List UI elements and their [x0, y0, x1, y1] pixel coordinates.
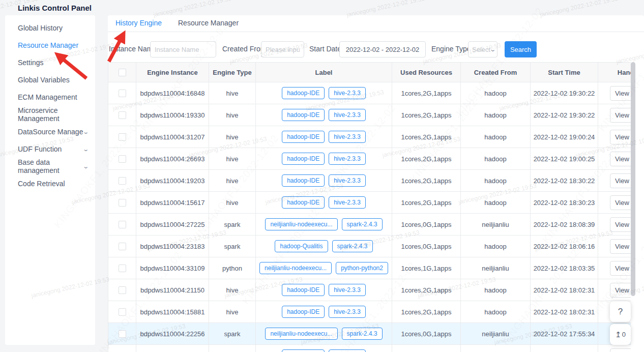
- row-checkbox[interactable]: [119, 330, 126, 338]
- label-tag[interactable]: hive-2.3.3: [329, 306, 366, 318]
- engine-type-placeholder: Select: [472, 46, 490, 53]
- engine-instance-cell: bdpdws110004:27225: [136, 214, 209, 235]
- row-select-cell: [108, 279, 136, 301]
- engine-instance-cell: bdpdws110004:15881: [136, 301, 209, 322]
- scrollbar-thumb[interactable]: [631, 62, 635, 296]
- engine-type-select[interactable]: Select ⌄: [468, 41, 497, 57]
- tab-resource-manager[interactable]: Resource Manager: [178, 19, 239, 27]
- sidebar-item-ecm-management[interactable]: ECM Management: [5, 89, 95, 106]
- view-log-button[interactable]: View Log: [610, 130, 631, 144]
- start-time-cell: 2022-12-02 18:08:39: [531, 214, 598, 235]
- table-scrollbar[interactable]: [631, 62, 636, 352]
- view-log-button[interactable]: View Log: [610, 239, 631, 254]
- label-tag[interactable]: hadoop-IDE: [282, 109, 325, 121]
- row-checkbox[interactable]: [119, 243, 126, 250]
- row-select-cell: [108, 104, 136, 126]
- label-tag[interactable]: hadoop-IDE: [282, 87, 325, 99]
- sidebar-item-udf-function[interactable]: UDF Function⌄: [5, 140, 95, 158]
- engine-instance-cell: bdpdws110004:23183: [136, 236, 209, 257]
- row-checkbox[interactable]: [119, 111, 126, 119]
- sidebar-item-resource-manager[interactable]: Resource Manager: [5, 37, 95, 54]
- guide-count: 0: [622, 331, 626, 338]
- label-tag[interactable]: hive-2.3.3: [329, 153, 366, 165]
- sidebar-item-label: ECM Management: [18, 93, 77, 101]
- view-log-button[interactable]: View Log: [610, 261, 631, 276]
- engine-table: Engine InstanceEngine TypeLabelUsed Reso…: [108, 62, 631, 352]
- label-tag[interactable]: neiljianliu-nodeexecu...: [265, 328, 337, 340]
- engine-type-cell: python: [209, 257, 256, 279]
- view-log-button[interactable]: View Log: [610, 108, 631, 123]
- sidebar-item-label: Resource Manager: [18, 41, 78, 49]
- label-cell: hadoop-IDEhive-2.3.3: [256, 82, 392, 104]
- label-tag[interactable]: hive-2.3.3: [329, 87, 366, 99]
- main-panel: History Engine Resource Manager Instance…: [108, 15, 644, 352]
- view-log-button[interactable]: View Log: [610, 173, 631, 188]
- sidebar-item-global-variables[interactable]: Global Variables: [5, 71, 95, 89]
- engine-instance-cell: [136, 345, 209, 352]
- label-tag[interactable]: hadoop-IDE: [282, 284, 325, 296]
- sidebar-item-global-history[interactable]: Global History: [5, 19, 95, 37]
- label-tag[interactable]: hive-2.3.3: [329, 349, 366, 352]
- label-tag[interactable]: hive-2.3.3: [329, 109, 366, 121]
- used-resources-cell: 1cores,0G,1apps: [392, 236, 461, 257]
- label-tag[interactable]: spark-2.4.3: [332, 240, 373, 252]
- help-button[interactable]: ?: [610, 301, 631, 322]
- created-from-input[interactable]: [261, 41, 304, 57]
- label-tag[interactable]: hive-2.3.3: [329, 196, 366, 209]
- view-log-button[interactable]: View Log: [610, 348, 631, 352]
- created-from-cell: hadoop: [461, 301, 531, 322]
- sidebar-item-base-data-management[interactable]: Base data management⌄: [5, 158, 95, 175]
- engine-type-cell: hive: [209, 148, 256, 169]
- chevron-down-icon: ⌄: [489, 46, 496, 53]
- label-tag[interactable]: hadoop-IDE: [282, 131, 325, 143]
- label-tag[interactable]: hadoop-IDE: [282, 174, 325, 187]
- row-checkbox[interactable]: [119, 133, 126, 141]
- view-log-button[interactable]: View Log: [610, 283, 631, 298]
- label-tag[interactable]: hadoop-Qualitis: [275, 240, 328, 252]
- sidebar-item-datasource-manage[interactable]: DataSource Manage⌄: [5, 123, 95, 140]
- label-tag[interactable]: hive-2.3.3: [329, 131, 366, 143]
- sidebar-item-label: Base data management: [18, 158, 83, 174]
- chevron-down-icon: ⌄: [82, 129, 89, 135]
- label-tag[interactable]: hadoop-IDE: [282, 349, 325, 352]
- label-tag[interactable]: hadoop-IDE: [282, 153, 325, 165]
- view-log-button[interactable]: View Log: [610, 86, 631, 101]
- row-checkbox[interactable]: [119, 177, 126, 185]
- label-tag[interactable]: neiljianliu-nodeexecu...: [265, 218, 337, 230]
- row-checkbox[interactable]: [119, 265, 126, 272]
- instance-name-input[interactable]: [150, 41, 216, 57]
- view-log-button[interactable]: View Log: [610, 152, 631, 166]
- guide-icon: ↥: [615, 330, 622, 339]
- used-resources-cell: [392, 345, 461, 352]
- view-log-button[interactable]: View Log: [610, 217, 631, 232]
- label-cell: hadoop-IDEhive-2.3.3: [256, 345, 392, 352]
- sidebar-item-label: UDF Function: [18, 145, 62, 153]
- label-tag[interactable]: hadoop-IDE: [282, 196, 325, 209]
- view-log-button[interactable]: View Log: [610, 195, 631, 210]
- row-checkbox[interactable]: [119, 90, 126, 97]
- label-tag[interactable]: spark-2.4.3: [342, 328, 383, 340]
- row-checkbox[interactable]: [119, 308, 126, 316]
- label-tag[interactable]: neiljianliu-nodeexecu...: [259, 262, 332, 274]
- label-tag[interactable]: python-python2: [336, 262, 388, 274]
- guide-button[interactable]: ↥ 0: [610, 324, 631, 345]
- label-tag[interactable]: hive-2.3.3: [329, 284, 366, 296]
- label-tag[interactable]: spark-2.4.3: [342, 218, 383, 230]
- sidebar-item-settings[interactable]: Settings: [5, 54, 95, 71]
- sidebar-item-label: Settings: [18, 58, 44, 67]
- select-all-checkbox[interactable]: [119, 69, 126, 76]
- row-checkbox[interactable]: [119, 286, 126, 294]
- table-row: bdpdws110004:19330hivehadoop-IDEhive-2.3…: [108, 104, 631, 126]
- start-date-input[interactable]: [339, 41, 426, 57]
- search-button[interactable]: Search: [505, 41, 537, 57]
- engine-instance-cell: bdpdws110004:19330: [136, 104, 209, 126]
- sidebar-item-microservice-management[interactable]: Microservice Management: [5, 106, 95, 123]
- row-checkbox[interactable]: [119, 155, 126, 163]
- label-tag[interactable]: hadoop-IDE: [282, 306, 325, 318]
- tab-history-engine[interactable]: History Engine: [115, 19, 162, 27]
- sidebar-item-code-retrieval[interactable]: Code Retrieval: [5, 175, 95, 192]
- row-checkbox[interactable]: [119, 199, 126, 207]
- row-checkbox[interactable]: [119, 221, 126, 228]
- chevron-down-icon: ⌄: [82, 146, 89, 153]
- label-tag[interactable]: hive-2.3.3: [329, 174, 366, 187]
